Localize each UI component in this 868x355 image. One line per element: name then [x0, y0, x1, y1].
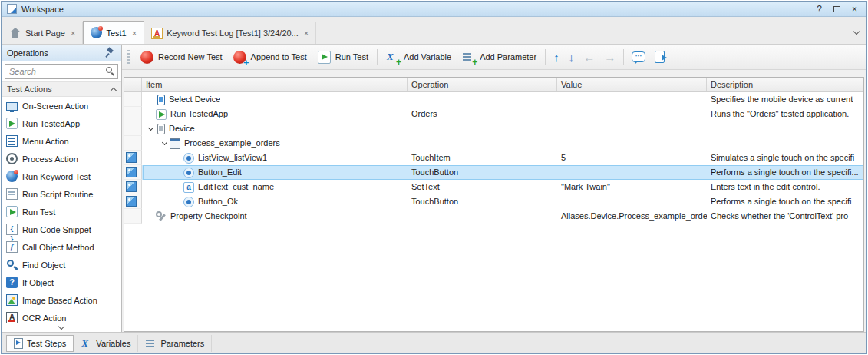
append-icon — [233, 51, 246, 64]
maximize-button[interactable] — [830, 2, 843, 16]
pin-icon[interactable] — [104, 47, 116, 58]
row-gutter — [124, 209, 142, 224]
content-area: Operations Test Actions On-Screen Action… — [2, 45, 866, 332]
operation-cell: TouchItem — [408, 151, 557, 165]
column-header-item[interactable]: Item — [142, 78, 408, 91]
table-row-property-checkpoint[interactable]: Property CheckpointAliases.Device.Proces… — [124, 209, 863, 224]
tab-keyword-test-log-test1-3-24-20[interactable]: Keyword Test Log [Test1] 3/24/20...× — [144, 22, 316, 44]
item-cell: Button_Ok — [142, 194, 408, 209]
export-button[interactable] — [650, 48, 669, 65]
operation-label: OCR Action — [22, 314, 66, 323]
column-header-operation[interactable]: Operation — [408, 78, 557, 91]
run-test-icon — [6, 206, 18, 217]
test-steps-icon — [14, 338, 23, 349]
operation-on-screen-action[interactable]: On-Screen Action — [2, 97, 121, 114]
call-method-icon — [6, 241, 18, 253]
operation-ocr-action[interactable]: OCR Action — [2, 309, 121, 323]
table-row-button-ok[interactable]: Button_OkTouchButtonPerforms a single to… — [124, 194, 863, 209]
operation-process-action[interactable]: Process Action — [2, 150, 121, 168]
move-left-button[interactable]: ← — [579, 51, 599, 64]
operation-image-based-action[interactable]: Image Based Action — [2, 291, 121, 309]
operations-panel-header: Operations — [2, 45, 121, 61]
operation-menu-action[interactable]: Menu Action — [2, 132, 121, 150]
tab-test1[interactable]: Test1× — [83, 21, 144, 44]
chevron-down-icon — [161, 140, 167, 145]
scroll-down-button[interactable] — [2, 323, 121, 332]
toolbar-grip[interactable] — [127, 50, 130, 64]
app-window: Workspace ? × Start Page×Test1×Keyword T… — [1, 1, 867, 354]
operation-run-testedapp[interactable]: Run TestedApp — [2, 114, 121, 132]
table-row-select-device[interactable]: Select DeviceSpecifies the mobile device… — [124, 92, 863, 107]
operation-if-object[interactable]: If Object — [2, 274, 121, 291]
toolbar-separator — [545, 49, 546, 65]
export-icon — [655, 51, 665, 63]
toolbar-button-label: Run Test — [335, 52, 368, 61]
operation-run-code-snippet[interactable]: Run Code Snippet — [2, 221, 121, 238]
chevron-down-icon — [147, 125, 153, 131]
operation-cell: SetText — [408, 180, 557, 194]
operation-cell: TouchButton — [408, 194, 557, 209]
item-cell: ListView_listView1 — [142, 151, 408, 165]
expander-icon[interactable] — [145, 126, 156, 131]
operation-find-object[interactable]: Find Object — [2, 256, 121, 274]
operation-label: If Object — [22, 278, 54, 287]
add-parameter-button[interactable]: Add Parameter — [457, 48, 542, 66]
close-icon[interactable]: × — [132, 28, 137, 38]
description-cell: Checks whether the 'ControlText' pro — [707, 209, 863, 224]
operations-panel: Operations Test Actions On-Screen Action… — [2, 45, 122, 332]
bottom-tab-parameters[interactable]: Parameters — [138, 335, 212, 352]
record-new-test-button[interactable]: Record New Test — [135, 48, 228, 66]
row-gutter — [124, 165, 142, 180]
expander-icon[interactable] — [159, 141, 170, 146]
run-testedapp-icon — [6, 118, 18, 129]
variables-icon — [81, 337, 92, 349]
tab-strip: Start Page×Test1×Keyword Test Log [Test1… — [3, 17, 316, 44]
checkpoint-icon — [156, 211, 167, 222]
search-icon[interactable] — [105, 66, 115, 77]
add-variable-button[interactable]: Add Variable — [381, 48, 457, 66]
onscreen-action-icon — [6, 102, 18, 111]
item-cell: Process_example_orders — [142, 136, 408, 151]
comment-button[interactable] — [627, 49, 650, 65]
close-button[interactable]: × — [848, 2, 861, 16]
bottom-tab-label: Parameters — [160, 339, 204, 348]
description-cell — [707, 121, 863, 136]
search-input[interactable] — [9, 67, 105, 76]
help-button[interactable]: ? — [813, 2, 826, 16]
table-row-run-testedapp[interactable]: Run TestedAppOrdersRuns the "Orders" tes… — [124, 107, 863, 121]
record-icon — [140, 51, 153, 64]
move-right-button[interactable]: → — [599, 51, 620, 64]
column-header-description[interactable]: Description — [707, 78, 863, 91]
table-row-button-edit[interactable]: Button_EditTouchButtonPerforms a single … — [124, 165, 863, 180]
run-test-button[interactable]: Run Test — [312, 48, 374, 66]
move-down-button[interactable]: ↓ — [564, 51, 579, 64]
image-action-icon — [6, 294, 18, 306]
table-row-process-example-orders[interactable]: Process_example_orders — [124, 136, 863, 151]
touch-icon — [183, 153, 194, 164]
table-row-edittext-cust-name[interactable]: EditText_cust_nameSetText"Mark Twain"Ent… — [124, 180, 863, 194]
operation-run-keyword-test[interactable]: Run Keyword Test — [2, 168, 121, 185]
item-label: Button_Ok — [198, 194, 238, 209]
tab-start-page[interactable]: Start Page× — [3, 22, 83, 44]
bottom-tab-variables[interactable]: Variables — [74, 335, 138, 352]
bottom-tab-test-steps[interactable]: Test Steps — [6, 335, 74, 352]
column-header-value[interactable]: Value — [557, 78, 707, 91]
operation-label: Run Script Routine — [22, 190, 93, 199]
description-cell: Runs the "Orders" tested application. — [707, 107, 863, 121]
operation-run-test[interactable]: Run Test — [2, 203, 121, 221]
item-cell: Select Device — [142, 92, 408, 107]
operation-label: Find Object — [22, 260, 65, 270]
table-row-listview-listview1[interactable]: ListView_listView1TouchItem5Simulates a … — [124, 151, 863, 165]
close-icon[interactable]: × — [304, 28, 309, 38]
operation-run-script-routine[interactable]: Run Script Routine — [2, 185, 121, 203]
window-title: Workspace — [21, 5, 64, 14]
operation-call-object-method[interactable]: Call Object Method — [2, 238, 121, 256]
close-icon[interactable]: × — [71, 28, 75, 38]
append-to-test-button[interactable]: Append to Test — [228, 48, 312, 66]
operation-label: Call Object Method — [22, 243, 94, 252]
move-up-button[interactable]: ↑ — [549, 51, 564, 64]
table-row-device[interactable]: Device — [124, 121, 863, 136]
description-cell — [707, 136, 863, 151]
tab-list-dropdown[interactable] — [848, 21, 865, 44]
test-actions-group-header[interactable]: Test Actions — [2, 81, 121, 97]
